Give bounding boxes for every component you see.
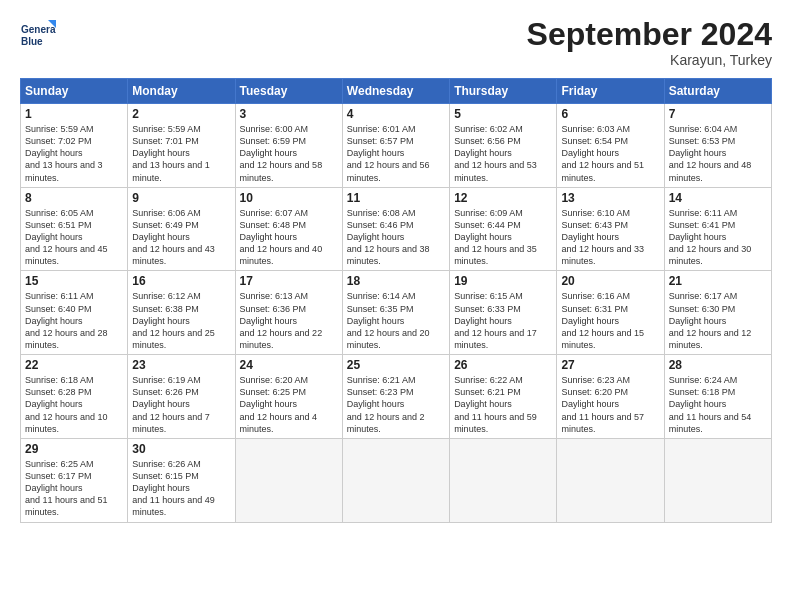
day-number: 4 [347, 107, 445, 121]
day-info: Sunrise: 6:16 AM Sunset: 6:31 PM Dayligh… [561, 290, 659, 351]
day-info: Sunrise: 6:23 AM Sunset: 6:20 PM Dayligh… [561, 374, 659, 435]
calendar-cell [557, 438, 664, 522]
calendar-cell: 21 Sunrise: 6:17 AM Sunset: 6:30 PM Dayl… [664, 271, 771, 355]
day-number: 30 [132, 442, 230, 456]
day-info: Sunrise: 6:01 AM Sunset: 6:57 PM Dayligh… [347, 123, 445, 184]
day-number: 14 [669, 191, 767, 205]
svg-text:Blue: Blue [21, 36, 43, 47]
svg-text:General: General [21, 24, 56, 35]
calendar-cell: 18 Sunrise: 6:14 AM Sunset: 6:35 PM Dayl… [342, 271, 449, 355]
day-info: Sunrise: 6:13 AM Sunset: 6:36 PM Dayligh… [240, 290, 338, 351]
calendar-page: General Blue September 2024 Karayun, Tur… [0, 0, 792, 612]
logo-svg: General Blue [20, 18, 56, 54]
day-number: 28 [669, 358, 767, 372]
day-info: Sunrise: 6:09 AM Sunset: 6:44 PM Dayligh… [454, 207, 552, 268]
weekday-header-sunday: Sunday [21, 79, 128, 104]
day-info: Sunrise: 6:10 AM Sunset: 6:43 PM Dayligh… [561, 207, 659, 268]
day-info: Sunrise: 6:03 AM Sunset: 6:54 PM Dayligh… [561, 123, 659, 184]
week-row-4: 22 Sunrise: 6:18 AM Sunset: 6:28 PM Dayl… [21, 355, 772, 439]
day-number: 20 [561, 274, 659, 288]
calendar-cell: 30 Sunrise: 6:26 AM Sunset: 6:15 PM Dayl… [128, 438, 235, 522]
day-number: 3 [240, 107, 338, 121]
week-row-1: 1 Sunrise: 5:59 AM Sunset: 7:02 PM Dayli… [21, 104, 772, 188]
calendar-cell: 6 Sunrise: 6:03 AM Sunset: 6:54 PM Dayli… [557, 104, 664, 188]
day-number: 29 [25, 442, 123, 456]
weekday-header-friday: Friday [557, 79, 664, 104]
day-number: 8 [25, 191, 123, 205]
day-number: 17 [240, 274, 338, 288]
calendar-cell: 12 Sunrise: 6:09 AM Sunset: 6:44 PM Dayl… [450, 187, 557, 271]
day-info: Sunrise: 6:19 AM Sunset: 6:26 PM Dayligh… [132, 374, 230, 435]
day-number: 13 [561, 191, 659, 205]
day-number: 7 [669, 107, 767, 121]
weekday-header-thursday: Thursday [450, 79, 557, 104]
calendar-cell: 19 Sunrise: 6:15 AM Sunset: 6:33 PM Dayl… [450, 271, 557, 355]
calendar-cell: 26 Sunrise: 6:22 AM Sunset: 6:21 PM Dayl… [450, 355, 557, 439]
day-info: Sunrise: 6:08 AM Sunset: 6:46 PM Dayligh… [347, 207, 445, 268]
day-info: Sunrise: 6:11 AM Sunset: 6:41 PM Dayligh… [669, 207, 767, 268]
weekday-header-saturday: Saturday [664, 79, 771, 104]
week-row-3: 15 Sunrise: 6:11 AM Sunset: 6:40 PM Dayl… [21, 271, 772, 355]
day-info: Sunrise: 6:26 AM Sunset: 6:15 PM Dayligh… [132, 458, 230, 519]
day-info: Sunrise: 6:04 AM Sunset: 6:53 PM Dayligh… [669, 123, 767, 184]
day-info: Sunrise: 6:25 AM Sunset: 6:17 PM Dayligh… [25, 458, 123, 519]
calendar-cell: 13 Sunrise: 6:10 AM Sunset: 6:43 PM Dayl… [557, 187, 664, 271]
day-number: 9 [132, 191, 230, 205]
day-number: 5 [454, 107, 552, 121]
weekday-header-row: SundayMondayTuesdayWednesdayThursdayFrid… [21, 79, 772, 104]
calendar-cell: 11 Sunrise: 6:08 AM Sunset: 6:46 PM Dayl… [342, 187, 449, 271]
calendar-cell: 1 Sunrise: 5:59 AM Sunset: 7:02 PM Dayli… [21, 104, 128, 188]
day-info: Sunrise: 6:14 AM Sunset: 6:35 PM Dayligh… [347, 290, 445, 351]
calendar-cell: 27 Sunrise: 6:23 AM Sunset: 6:20 PM Dayl… [557, 355, 664, 439]
calendar-cell: 17 Sunrise: 6:13 AM Sunset: 6:36 PM Dayl… [235, 271, 342, 355]
day-info: Sunrise: 6:18 AM Sunset: 6:28 PM Dayligh… [25, 374, 123, 435]
day-number: 15 [25, 274, 123, 288]
day-info: Sunrise: 6:20 AM Sunset: 6:25 PM Dayligh… [240, 374, 338, 435]
day-number: 19 [454, 274, 552, 288]
calendar-cell: 10 Sunrise: 6:07 AM Sunset: 6:48 PM Dayl… [235, 187, 342, 271]
day-number: 26 [454, 358, 552, 372]
day-info: Sunrise: 6:24 AM Sunset: 6:18 PM Dayligh… [669, 374, 767, 435]
calendar-cell: 20 Sunrise: 6:16 AM Sunset: 6:31 PM Dayl… [557, 271, 664, 355]
weekday-header-wednesday: Wednesday [342, 79, 449, 104]
calendar-cell: 2 Sunrise: 5:59 AM Sunset: 7:01 PM Dayli… [128, 104, 235, 188]
day-info: Sunrise: 6:17 AM Sunset: 6:30 PM Dayligh… [669, 290, 767, 351]
calendar-cell: 25 Sunrise: 6:21 AM Sunset: 6:23 PM Dayl… [342, 355, 449, 439]
title-area: September 2024 Karayun, Turkey [527, 18, 772, 68]
calendar-cell: 3 Sunrise: 6:00 AM Sunset: 6:59 PM Dayli… [235, 104, 342, 188]
calendar-cell [450, 438, 557, 522]
location: Karayun, Turkey [527, 52, 772, 68]
day-info: Sunrise: 6:11 AM Sunset: 6:40 PM Dayligh… [25, 290, 123, 351]
week-row-2: 8 Sunrise: 6:05 AM Sunset: 6:51 PM Dayli… [21, 187, 772, 271]
day-info: Sunrise: 6:00 AM Sunset: 6:59 PM Dayligh… [240, 123, 338, 184]
day-number: 18 [347, 274, 445, 288]
calendar-cell: 4 Sunrise: 6:01 AM Sunset: 6:57 PM Dayli… [342, 104, 449, 188]
day-number: 1 [25, 107, 123, 121]
calendar-cell [342, 438, 449, 522]
day-info: Sunrise: 6:02 AM Sunset: 6:56 PM Dayligh… [454, 123, 552, 184]
calendar-cell [235, 438, 342, 522]
day-info: Sunrise: 5:59 AM Sunset: 7:01 PM Dayligh… [132, 123, 230, 184]
calendar-cell: 23 Sunrise: 6:19 AM Sunset: 6:26 PM Dayl… [128, 355, 235, 439]
day-number: 10 [240, 191, 338, 205]
weekday-header-monday: Monday [128, 79, 235, 104]
day-number: 24 [240, 358, 338, 372]
day-info: Sunrise: 5:59 AM Sunset: 7:02 PM Dayligh… [25, 123, 123, 184]
day-info: Sunrise: 6:05 AM Sunset: 6:51 PM Dayligh… [25, 207, 123, 268]
month-title: September 2024 [527, 18, 772, 50]
calendar-cell: 5 Sunrise: 6:02 AM Sunset: 6:56 PM Dayli… [450, 104, 557, 188]
day-info: Sunrise: 6:07 AM Sunset: 6:48 PM Dayligh… [240, 207, 338, 268]
day-number: 6 [561, 107, 659, 121]
calendar-cell: 29 Sunrise: 6:25 AM Sunset: 6:17 PM Dayl… [21, 438, 128, 522]
day-number: 23 [132, 358, 230, 372]
calendar-cell: 16 Sunrise: 6:12 AM Sunset: 6:38 PM Dayl… [128, 271, 235, 355]
calendar-cell: 15 Sunrise: 6:11 AM Sunset: 6:40 PM Dayl… [21, 271, 128, 355]
calendar-table: SundayMondayTuesdayWednesdayThursdayFrid… [20, 78, 772, 523]
calendar-cell: 7 Sunrise: 6:04 AM Sunset: 6:53 PM Dayli… [664, 104, 771, 188]
calendar-cell: 8 Sunrise: 6:05 AM Sunset: 6:51 PM Dayli… [21, 187, 128, 271]
day-info: Sunrise: 6:22 AM Sunset: 6:21 PM Dayligh… [454, 374, 552, 435]
day-number: 21 [669, 274, 767, 288]
day-info: Sunrise: 6:06 AM Sunset: 6:49 PM Dayligh… [132, 207, 230, 268]
day-number: 25 [347, 358, 445, 372]
day-number: 11 [347, 191, 445, 205]
